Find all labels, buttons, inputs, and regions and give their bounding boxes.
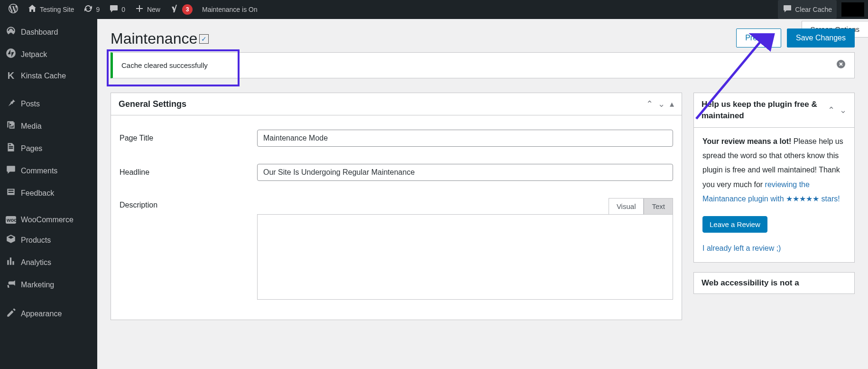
cache-icon: [783, 4, 792, 16]
wordpress-icon: [9, 4, 18, 16]
home-icon: [28, 4, 37, 16]
clear-cache-label: Clear Cache: [795, 6, 832, 13]
clear-cache-button[interactable]: Clear Cache: [778, 0, 837, 19]
toolbar-dark-box: [841, 2, 864, 17]
maintenance-status-label: Maintenance is On: [202, 6, 258, 13]
comment-icon: [109, 4, 119, 16]
updates-count: 9: [96, 6, 100, 13]
wp-logo[interactable]: [4, 0, 23, 19]
site-name-label: Testing Site: [40, 6, 74, 13]
refresh-icon: [83, 4, 93, 16]
maintenance-status-link[interactable]: Maintenance is On: [197, 0, 262, 19]
new-content-link[interactable]: New: [130, 0, 165, 19]
new-label: New: [147, 6, 160, 13]
site-name-link[interactable]: Testing Site: [23, 0, 79, 19]
yoast-link[interactable]: 3: [165, 0, 197, 19]
admin-toolbar: Testing Site 9 0 New 3 Maintenance is On…: [0, 0, 868, 19]
plus-icon: [135, 4, 144, 16]
comments-link[interactable]: 0: [104, 0, 130, 19]
yoast-badge: 3: [182, 4, 193, 15]
comments-count: 0: [121, 6, 125, 13]
updates-link[interactable]: 9: [79, 0, 104, 19]
yoast-icon: [170, 4, 179, 16]
